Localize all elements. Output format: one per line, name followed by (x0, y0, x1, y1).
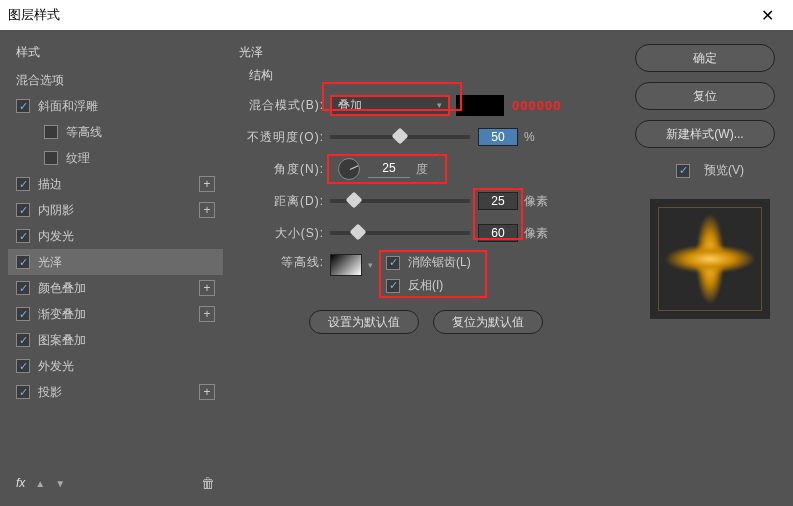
input-size[interactable]: 60 (478, 224, 518, 242)
checkbox-icon[interactable] (16, 359, 30, 373)
sidebar-item-4[interactable]: 内阴影+ (8, 197, 223, 223)
label-size: 大小(S): (239, 225, 324, 242)
dialog-title: 图层样式 (8, 6, 749, 24)
input-opacity[interactable]: 50 (478, 128, 518, 146)
sub-title-structure: 结构 (249, 67, 619, 84)
sidebar-item-label: 投影 (38, 384, 62, 401)
checkbox-icon[interactable] (16, 177, 30, 191)
unit-opacity: % (524, 130, 535, 144)
sidebar-item-label: 图案叠加 (38, 332, 86, 349)
blend-options-label: 混合选项 (16, 72, 64, 89)
plus-icon[interactable]: + (199, 306, 215, 322)
sidebar-item-label: 内阴影 (38, 202, 74, 219)
slider-size[interactable] (330, 231, 470, 235)
plus-icon[interactable]: + (199, 384, 215, 400)
reset-default-button[interactable]: 复位为默认值 (433, 310, 543, 334)
checkbox-invert[interactable] (386, 279, 400, 293)
sidebar-header-styles: 样式 (8, 38, 223, 67)
row-angle: 角度(N): 25 度 (239, 158, 619, 180)
preview-toggle[interactable]: 预览(V) (635, 162, 785, 179)
checkbox-icon[interactable] (16, 333, 30, 347)
color-swatch[interactable] (456, 95, 504, 116)
checkbox-icon[interactable] (16, 255, 30, 269)
checkbox-icon[interactable] (16, 99, 30, 113)
styles-sidebar: 样式 混合选项 斜面和浮雕等高线纹理描边+内阴影+内发光光泽颜色叠加+渐变叠加+… (8, 38, 223, 498)
arrow-up-icon[interactable]: ▲ (35, 478, 45, 489)
slider-distance[interactable] (330, 199, 470, 203)
right-panel: 确定 复位 新建样式(W)... 预览(V) (635, 38, 785, 498)
unit-size: 像素 (524, 225, 548, 242)
label-angle: 角度(N): (239, 161, 324, 178)
sidebar-item-label: 光泽 (38, 254, 62, 271)
row-distance: 距离(D): 25 像素 (239, 190, 619, 212)
angle-dial[interactable] (338, 158, 360, 180)
slider-opacity[interactable] (330, 135, 470, 139)
sidebar-item-9[interactable]: 图案叠加 (8, 327, 223, 353)
checkbox-icon[interactable] (16, 385, 30, 399)
hex-annotation: 000000 (512, 98, 561, 113)
ok-button[interactable]: 确定 (635, 44, 775, 72)
checkbox-icon[interactable] (16, 203, 30, 217)
close-icon[interactable]: ✕ (749, 6, 785, 25)
section-title-satin: 光泽 (239, 44, 619, 61)
sidebar-item-1[interactable]: 等高线 (8, 119, 223, 145)
checkbox-antialias[interactable] (386, 256, 400, 270)
sidebar-footer: fx ▲ ▼ 🗑 (8, 468, 223, 498)
fx-icon[interactable]: fx (16, 476, 25, 490)
sidebar-item-label: 描边 (38, 176, 62, 193)
sidebar-item-label: 内发光 (38, 228, 74, 245)
label-preview: 预览(V) (704, 162, 744, 179)
label-invert: 反相(I) (408, 277, 443, 294)
checkbox-icon[interactable] (44, 125, 58, 139)
sidebar-item-label: 颜色叠加 (38, 280, 86, 297)
plus-icon[interactable]: + (199, 176, 215, 192)
new-style-button[interactable]: 新建样式(W)... (635, 120, 775, 148)
sidebar-item-label: 渐变叠加 (38, 306, 86, 323)
sidebar-item-7[interactable]: 颜色叠加+ (8, 275, 223, 301)
plus-icon[interactable]: + (199, 280, 215, 296)
checkbox-preview[interactable] (676, 164, 690, 178)
sidebar-item-6[interactable]: 光泽 (8, 249, 223, 275)
input-distance[interactable]: 25 (478, 192, 518, 210)
input-angle[interactable]: 25 (368, 160, 410, 178)
dialog-body: 样式 混合选项 斜面和浮雕等高线纹理描边+内阴影+内发光光泽颜色叠加+渐变叠加+… (0, 30, 793, 506)
checkbox-icon[interactable] (44, 151, 58, 165)
row-contour: 等高线: ▾ 消除锯齿(L) 反相(I) (239, 254, 619, 294)
label-contour: 等高线: (239, 254, 324, 271)
preview-thumbnail (650, 199, 770, 319)
select-blend-mode[interactable]: 叠加 ▾ (330, 95, 450, 116)
sidebar-item-10[interactable]: 外发光 (8, 353, 223, 379)
sidebar-item-5[interactable]: 内发光 (8, 223, 223, 249)
select-blend-mode-value: 叠加 (338, 97, 362, 114)
arrow-down-icon[interactable]: ▼ (55, 478, 65, 489)
row-blend-mode: 混合模式(B): 叠加 ▾ 000000 (239, 94, 619, 116)
sidebar-item-label: 等高线 (66, 124, 102, 141)
cancel-button[interactable]: 复位 (635, 82, 775, 110)
label-distance: 距离(D): (239, 193, 324, 210)
sidebar-item-8[interactable]: 渐变叠加+ (8, 301, 223, 327)
sidebar-item-label: 纹理 (66, 150, 90, 167)
label-antialias: 消除锯齿(L) (408, 254, 471, 271)
row-opacity: 不透明度(O): 50 % (239, 126, 619, 148)
chevron-down-icon[interactable]: ▾ (368, 260, 373, 270)
plus-icon[interactable]: + (199, 202, 215, 218)
sidebar-item-label: 斜面和浮雕 (38, 98, 98, 115)
checkbox-icon[interactable] (16, 307, 30, 321)
sidebar-item-3[interactable]: 描边+ (8, 171, 223, 197)
checkbox-icon[interactable] (16, 229, 30, 243)
titlebar: 图层样式 ✕ (0, 0, 793, 30)
make-default-button[interactable]: 设置为默认值 (309, 310, 419, 334)
chevron-down-icon: ▾ (437, 100, 442, 110)
sidebar-item-11[interactable]: 投影+ (8, 379, 223, 405)
sidebar-item-label: 外发光 (38, 358, 74, 375)
checkbox-icon[interactable] (16, 281, 30, 295)
sidebar-item-0[interactable]: 斜面和浮雕 (8, 93, 223, 119)
label-blend-mode: 混合模式(B): (239, 97, 324, 114)
contour-preview[interactable]: ▾ (330, 254, 362, 276)
settings-panel: 光泽 结构 混合模式(B): 叠加 ▾ 000000 不透明度(O): 50 %… (229, 38, 629, 498)
sidebar-blend-options[interactable]: 混合选项 (8, 67, 223, 93)
unit-angle: 度 (416, 161, 428, 178)
buttons-row: 设置为默认值 复位为默认值 (309, 310, 619, 334)
trash-icon[interactable]: 🗑 (201, 475, 215, 491)
sidebar-item-2[interactable]: 纹理 (8, 145, 223, 171)
